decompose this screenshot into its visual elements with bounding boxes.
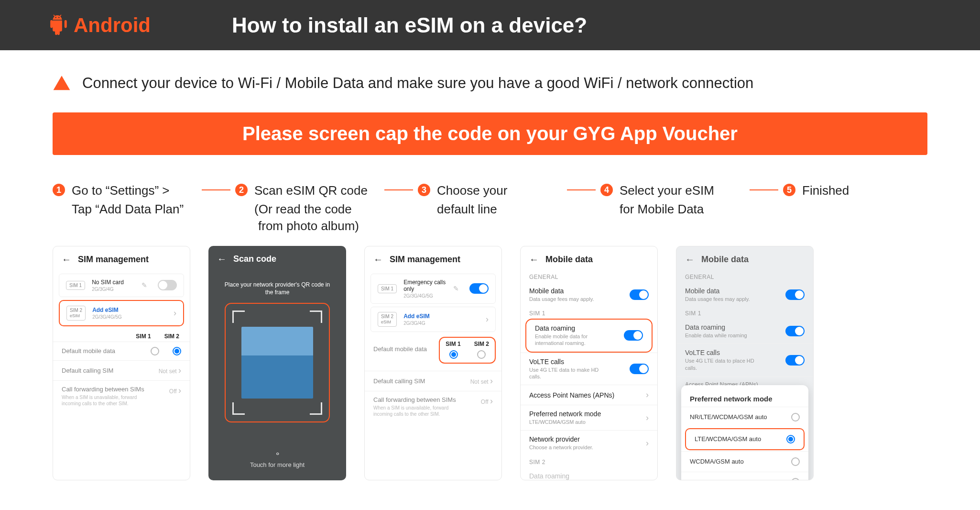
preferred-network-row[interactable]: Preferred network modeLTE/WCDMA/GSM auto… <box>521 405 657 430</box>
row-sublabel: Enable mobile data for international roa… <box>535 333 611 347</box>
step-1: 1 Go to “Settings” > Tap “Add Data Plan” <box>53 182 197 217</box>
default-calling-sim-row[interactable]: Default calling SIM Not set › <box>53 360 190 380</box>
screen-title: Mobile data <box>701 255 749 265</box>
sim1-card[interactable]: SIM 1 No SIM card 2G/3G/4G ✎ <box>59 274 184 297</box>
step-number: 1 <box>53 184 65 196</box>
volte-toggle[interactable] <box>785 355 805 366</box>
back-icon[interactable]: ← <box>685 254 695 265</box>
radio-sim2[interactable] <box>477 350 486 359</box>
step-connector <box>750 189 778 190</box>
default-calling-sim-row[interactable]: Default calling SIM Not set › <box>365 371 501 391</box>
radio-option[interactable] <box>791 478 800 480</box>
android-label: Android <box>74 14 151 37</box>
network-provider-row[interactable]: Network providerChoose a network provide… <box>521 430 657 455</box>
radio-option[interactable] <box>791 413 800 421</box>
add-esim-label: Add eSIM <box>92 307 167 313</box>
mobile-data-row[interactable]: Mobile dataData usage fees may apply. <box>521 282 657 307</box>
modal-option[interactable]: NR/LTE/WCDMA/GSM auto <box>681 407 808 427</box>
row-sublabel: Use 4G LTE data to place HD calls. <box>685 357 762 371</box>
phone-network-mode-modal: ← Mobile data GENERAL Mobile dataData us… <box>676 246 814 480</box>
radio-sim1[interactable] <box>449 350 458 359</box>
row-label: Default mobile data <box>62 347 115 355</box>
section-sim1: SIM 1 <box>676 307 813 319</box>
sim2-add-esim-card[interactable]: SIM 2eSIM Add eSIM 2G/3G/4G/5G › <box>59 300 184 326</box>
data-roaming-row[interactable]: Data roamingEnable data while roaming <box>676 319 813 344</box>
step-number: 3 <box>418 184 430 196</box>
section-sim2: SIM 2 <box>521 456 657 467</box>
sim1-toggle[interactable] <box>158 280 177 290</box>
add-esim-label: Add eSIM <box>403 313 479 320</box>
torch-button[interactable]: ⚬ Touch for more light <box>208 449 346 468</box>
edit-icon[interactable]: ✎ <box>142 281 147 289</box>
roaming-toggle[interactable] <box>624 330 643 341</box>
data-roaming-row[interactable]: Data roamingEnable mobile data for inter… <box>526 320 652 352</box>
phone-sim-management-2: ← SIM management SIM 1 Emergency calls o… <box>364 246 502 480</box>
volte-row[interactable]: VoLTE callsUse 4G LTE data to make HD ca… <box>521 353 657 385</box>
row-label: VoLTE calls <box>685 349 762 356</box>
back-icon[interactable]: ← <box>373 254 383 265</box>
chevron-right-icon: › <box>178 386 181 395</box>
step-connector <box>567 189 596 190</box>
row-sublabel: When a SIM is unavailable, forward incom… <box>373 405 459 417</box>
sim-chip-icon: SIM 2eSIM <box>66 306 86 321</box>
back-icon[interactable]: ← <box>529 254 539 265</box>
row-sublabel: Data usage fees may apply. <box>529 296 594 302</box>
section-general: GENERAL <box>676 271 813 282</box>
radio-sim2[interactable] <box>173 347 181 355</box>
row-label: Mobile data <box>685 287 750 295</box>
mobile-data-toggle[interactable] <box>630 289 649 300</box>
section-general: GENERAL <box>521 271 657 282</box>
step-connector <box>384 189 413 190</box>
apn-row[interactable]: Access Point Names (APNs) › <box>521 385 657 405</box>
default-mobile-data-row[interactable]: Default mobile data <box>53 342 190 360</box>
screen-header: ← Mobile data <box>676 246 813 271</box>
chevron-right-icon: › <box>490 376 493 386</box>
step-text-line2: for Mobile Data <box>600 202 745 217</box>
radio-sim1[interactable] <box>151 347 159 355</box>
step-5: 5 Finished <box>783 182 927 200</box>
step-text-line2: (Or read the code <box>235 202 380 217</box>
radio-option[interactable] <box>786 435 795 443</box>
screen-title: Scan code <box>233 254 276 264</box>
modal-option[interactable]: WCDMA/GSM auto <box>681 451 808 472</box>
camera-viewfinder: Place your network provider's QR code in… <box>208 270 346 480</box>
sim2-add-esim-card[interactable]: SIM 2eSIM Add eSIM 2G/3G/4G › <box>370 307 496 332</box>
radio-option[interactable] <box>791 457 800 466</box>
row-sublabel: When a SIM is unavailable, forward incom… <box>62 394 148 407</box>
screen-header: ← Scan code <box>208 246 346 270</box>
row-sublabel: Enable data while roaming <box>685 332 747 339</box>
sim1-toggle[interactable] <box>469 283 489 294</box>
row-value: Off <box>481 399 489 405</box>
back-icon[interactable]: ← <box>62 254 71 265</box>
modal-option-selected[interactable]: LTE/WCDMA/GSM auto <box>685 428 805 450</box>
call-forwarding-row[interactable]: Call forwarding between SIMs When a SIM … <box>53 380 190 411</box>
modal-option[interactable]: WCDMA only <box>681 472 808 480</box>
roaming-toggle[interactable] <box>785 326 805 336</box>
step-text: Choose your <box>437 182 507 200</box>
step-text-line2: default line <box>418 202 562 217</box>
preferred-network-modal: Preferred network mode NR/LTE/WCDMA/GSM … <box>681 385 808 480</box>
mobile-data-toggle[interactable] <box>785 289 805 300</box>
chevron-right-icon: › <box>174 308 176 318</box>
step-text: Scan eSIM QR code <box>254 182 368 200</box>
phone-mockups: ← SIM management SIM 1 No SIM card 2G/3G… <box>0 233 980 480</box>
volte-row[interactable]: VoLTE callsUse 4G LTE data to place HD c… <box>676 344 813 376</box>
step-4: 4 Select your eSIM for Mobile Data <box>600 182 745 217</box>
call-forwarding-row[interactable]: Call forwarding between SIMs When a SIM … <box>365 391 501 422</box>
sim1-card[interactable]: SIM 1 Emergency calls only 2G/3G/4G/5G ✎ <box>370 274 496 304</box>
row-label: Data roaming <box>535 324 611 332</box>
screen-title: SIM management <box>78 255 149 265</box>
torch-label: Touch for more light <box>250 461 305 468</box>
step-number: 4 <box>600 184 613 196</box>
col-sim2: SIM 2 <box>164 333 179 340</box>
volte-toggle[interactable] <box>630 364 649 374</box>
page-header: Android How to install an eSIM on a devi… <box>0 0 980 50</box>
mobile-data-row[interactable]: Mobile dataData usage fees may apply. <box>676 282 813 307</box>
row-label: Data roaming <box>529 472 569 480</box>
back-icon[interactable]: ← <box>217 254 227 265</box>
row-sublabel: Use 4G LTE data to make HD calls. <box>529 366 606 380</box>
edit-icon[interactable]: ✎ <box>453 285 459 292</box>
sim2-bands: 2G/3G/4G/5G <box>92 314 167 320</box>
chevron-right-icon: › <box>486 314 489 324</box>
screen-header: ← SIM management <box>53 246 190 271</box>
